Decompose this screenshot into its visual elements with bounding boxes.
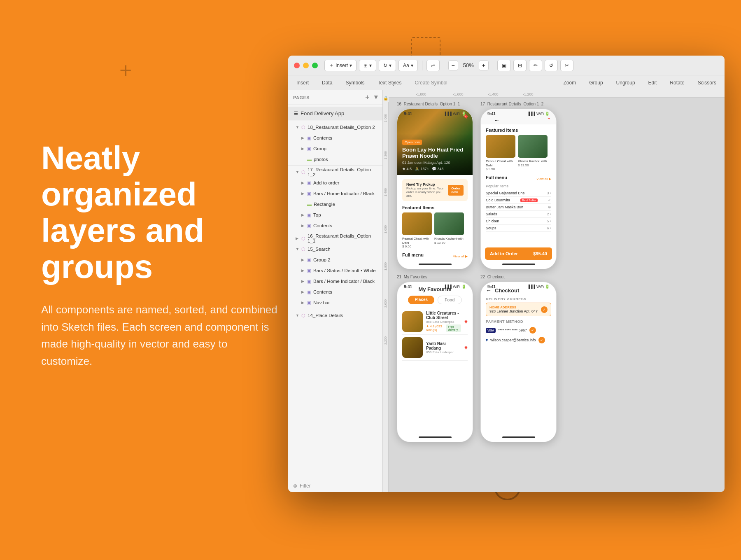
insert-button[interactable]: ＋ Insert ▾ (324, 60, 357, 71)
edit-tab[interactable]: Edit (646, 78, 659, 87)
sidebar-footer[interactable]: ⊜ Filter (288, 479, 382, 492)
sidebar-pages[interactable]: ☰ Food Delivery App ▼ ⬡ 18_Restaurant De… (288, 105, 382, 479)
feat-price-3: $ 9.50 (486, 167, 515, 171)
add-to-order-button-2[interactable]: Add to Order $95.40 (485, 247, 552, 260)
feat-img-4 (518, 135, 548, 158)
detail-content: Featured Items Peanut Chaat with Dahi $ … (481, 124, 556, 251)
scissors-button[interactable]: ✂ (560, 60, 573, 71)
close-button[interactable] (294, 63, 300, 68)
minimize-button[interactable] (303, 63, 309, 68)
hero-subtitle: All components are named, sorted, and co… (41, 301, 280, 370)
collapse-button[interactable]: ▾ (374, 93, 378, 102)
status-bar-21: 9:41 ▐▐▐ WiFi 🔋 (397, 282, 473, 291)
rotate-icon-button[interactable]: ↺ (545, 60, 558, 71)
create-symbol-label[interactable]: Create Symbol (412, 78, 450, 87)
layer-contents-1[interactable]: ▶ ▣ Contents (288, 133, 382, 143)
layer-17-restaurant[interactable]: ▼ ⬡ 17_Restaurant Details_Option 1_2 (288, 167, 382, 177)
rect-icon: ▬ (307, 202, 312, 207)
insert-tab[interactable]: Insert (294, 78, 311, 87)
traffic-lights (294, 63, 318, 68)
hero-overlay: Open now Boon Lay Ho Huat Fried Prawn No… (397, 133, 473, 175)
paypal-badge: P (486, 338, 488, 342)
ruler-mark-4: -1,200 (523, 92, 534, 96)
scissors-icon: ✂ (565, 63, 569, 68)
fav-card-info-1: Little Creatures - Club Street 856 Esta … (426, 311, 461, 332)
signal-icon: ▐▐▐ (444, 112, 452, 116)
battery-icon: 🔋 (461, 112, 466, 116)
ruler-v-mark-2: 1,200 (384, 151, 387, 159)
group-icon: ▣ (307, 289, 311, 295)
add-page-button[interactable]: ＋ (364, 93, 371, 102)
home-bar-4 (502, 436, 535, 438)
layer-contents-3[interactable]: ▶ ▣ Contents (288, 287, 382, 297)
layer-18-restaurant[interactable]: ▼ ⬡ 18_Restaurant Details_Option 2 (288, 122, 382, 133)
food-tab[interactable]: Food (438, 296, 461, 304)
layer-contents-2[interactable]: ▶ ▣ Contents (288, 220, 382, 231)
feat-price-2: $ 13.50 (434, 241, 464, 245)
layer-label: Contents (313, 135, 332, 140)
layer-button[interactable]: ⊞ ▾ (359, 60, 376, 71)
layer-bars-home-1[interactable]: ▶ ▣ Bars / Home Indicator / Black (288, 188, 382, 199)
places-tab[interactable]: Places (408, 296, 434, 304)
view-all-link[interactable]: View all ▶ (453, 254, 468, 258)
layer-photos[interactable]: ▶ ▬ photos (288, 154, 382, 165)
text-button[interactable]: Aa ▾ (398, 60, 418, 71)
data-tab[interactable]: Data (319, 78, 335, 87)
home-indicator-16 (397, 260, 473, 269)
pickup-title: New! Try Pickup (406, 182, 448, 187)
scissors-tab[interactable]: Scissors (695, 78, 719, 87)
layer-15-search[interactable]: ▼ ⬡ 15_Search (288, 244, 382, 254)
home-address-label: HOME ADDRESS (489, 306, 538, 309)
fav-heart-icon-1[interactable]: ♥ (464, 318, 468, 325)
text-styles-tab[interactable]: Text Styles (375, 78, 404, 87)
paypal-check-icon: ✓ (538, 337, 545, 343)
layer-16-restaurant[interactable]: ▶ ⬡ 16_Restaurant Details_Option 1_1 (288, 233, 382, 244)
frame-label-16: 16_Restaurant Details_Option 1_1 (397, 102, 473, 106)
wifi-icon: WiFi (453, 112, 460, 116)
page-item-food-delivery[interactable]: ☰ Food Delivery App (288, 107, 382, 120)
layer-bars-status[interactable]: ▶ ▣ Bars / Status / Default • White (288, 265, 382, 276)
view-all-link-2[interactable]: View all ▶ (536, 177, 551, 181)
zoom-out-button[interactable]: − (448, 61, 458, 70)
layer-nav-bar[interactable]: ▶ ▣ Nav bar (288, 297, 382, 308)
fav-heart-icon-2[interactable]: ♥ (464, 344, 468, 351)
wifi-icon-3: WiFi (453, 285, 460, 289)
fav-card-img-2 (402, 337, 423, 358)
zoom-tab[interactable]: Zoom (561, 78, 579, 87)
expand-arrow: ▼ (296, 313, 300, 317)
zoom-in-button[interactable]: + (479, 61, 489, 70)
fav-card-addr-1: 856 Esta Underpas (426, 320, 461, 324)
order-now-button[interactable]: Order now (448, 185, 464, 196)
reviews-stat: 💬 346 (432, 167, 444, 171)
layer-14-place[interactable]: ▼ ⬡ 14_Place Details (288, 310, 382, 321)
group-icon-button[interactable]: ▣ (497, 60, 511, 71)
transform-button[interactable]: ↻ ▾ (379, 60, 396, 71)
feat-img-1 (402, 212, 432, 235)
layer-top[interactable]: ▶ ▣ Top (288, 210, 382, 220)
expand-arrow: ▶ (301, 147, 305, 151)
canvas-area[interactable]: -1,800 -1,600 -1,400 -1,200 🔒 1,000 1,20… (383, 90, 725, 492)
ungroup-tab[interactable]: Ungroup (614, 78, 638, 87)
ungroup-icon-button[interactable]: ⊟ (513, 60, 527, 71)
edit-icon-button[interactable]: ✏ (529, 60, 542, 71)
sidebar-header: PAGES ＋ ▾ (288, 90, 382, 105)
home-indicator-21 (397, 433, 473, 442)
frame-label-22: 22_Checkout (480, 275, 557, 279)
layer-group-1[interactable]: ▶ ▣ Group (288, 143, 382, 154)
symbols-tab[interactable]: Symbols (343, 78, 367, 87)
sync-button[interactable]: ⇌ (426, 60, 440, 71)
layer-rectangle[interactable]: ▶ ▬ Rectangle (288, 199, 382, 210)
layer-add-to-order[interactable]: ▶ ▣ Add to order (288, 177, 382, 188)
feat-name-2: Khasta Kachori with (434, 237, 464, 241)
expand-arrow: ▶ (301, 279, 305, 283)
feat-img-2 (434, 212, 464, 235)
layer-group2[interactable]: ▶ ▣ Group 2 (288, 254, 382, 265)
layer-bars-home-2[interactable]: ▶ ▣ Bars / Home Indicator / Black (288, 276, 382, 287)
frame-21-favorites: 21_My Favorites 9:41 ▐▐▐ WiFi 🔋 (397, 275, 473, 442)
fullscreen-button[interactable] (312, 63, 318, 68)
group-icon: ▣ (502, 63, 506, 68)
rotate-tab[interactable]: Rotate (667, 78, 687, 87)
phone-frames-row2: 21_My Favorites 9:41 ▐▐▐ WiFi 🔋 (397, 275, 557, 442)
group-tab[interactable]: Group (587, 78, 605, 87)
sidebar-header-actions: ＋ ▾ (364, 93, 377, 102)
